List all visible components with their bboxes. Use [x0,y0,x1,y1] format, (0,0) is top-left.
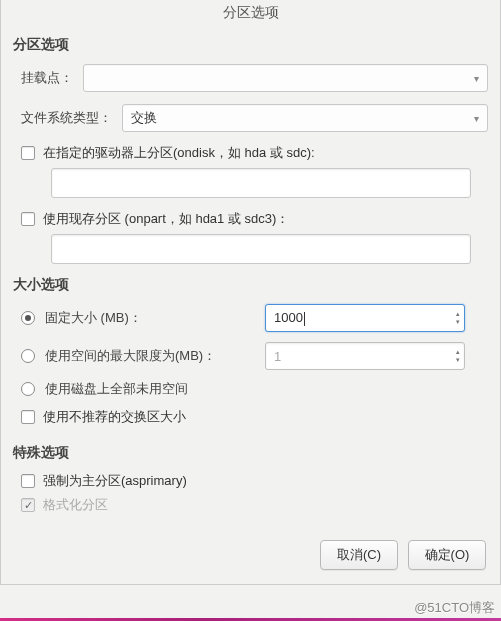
format-checkbox: ✓ [21,498,35,512]
spinner-arrows-icon[interactable]: ▴▾ [456,348,460,364]
asprimary-checkbox[interactable] [21,474,35,488]
fixed-size-label: 固定大小 (MB)： [45,309,265,327]
format-label: 格式化分区 [43,496,108,514]
mount-point-select[interactable]: ▾ [83,64,488,92]
spinner-arrows-icon[interactable]: ▴▾ [456,310,460,326]
max-size-label: 使用空间的最大限度为(MB)： [45,347,265,365]
ondisk-checkbox[interactable] [21,146,35,160]
onpart-input[interactable] [51,234,471,264]
watermark-text: @51CTO博客 [414,599,495,617]
max-size-radio[interactable] [21,349,35,363]
asprimary-label: 强制为主分区(asprimary) [43,472,187,490]
ondisk-label: 在指定的驱动器上分区(ondisk，如 hda 或 sdc): [43,144,315,162]
all-free-label: 使用磁盘上全部未用空间 [45,380,265,398]
onpart-checkbox[interactable] [21,212,35,226]
max-size-input[interactable]: 1 ▴▾ [265,342,465,370]
mount-point-label: 挂载点： [21,69,73,87]
size-options-title: 大小选项 [13,276,488,294]
ondisk-input[interactable] [51,168,471,198]
recommended-swap-checkbox[interactable] [21,410,35,424]
fstype-select[interactable]: 交换 ▾ [122,104,488,132]
max-size-value: 1 [274,349,456,364]
cancel-button[interactable]: 取消(C) [320,540,398,570]
chevron-down-icon: ▾ [474,113,479,124]
special-options-title: 特殊选项 [13,444,488,462]
all-free-radio[interactable] [21,382,35,396]
dialog-title: 分区选项 [1,0,500,30]
fstype-value: 交换 [131,109,157,127]
fixed-size-value: 1000 [274,310,303,325]
recommended-swap-label: 使用不推荐的交换区大小 [43,408,186,426]
fixed-size-radio[interactable] [21,311,35,325]
fstype-label: 文件系统类型： [21,109,112,127]
onpart-label: 使用现存分区 (onpart，如 hda1 或 sdc3)： [43,210,289,228]
ok-button[interactable]: 确定(O) [408,540,486,570]
chevron-down-icon: ▾ [474,73,479,84]
partition-options-title: 分区选项 [13,36,488,54]
fixed-size-input[interactable]: 1000 ▴▾ [265,304,465,332]
